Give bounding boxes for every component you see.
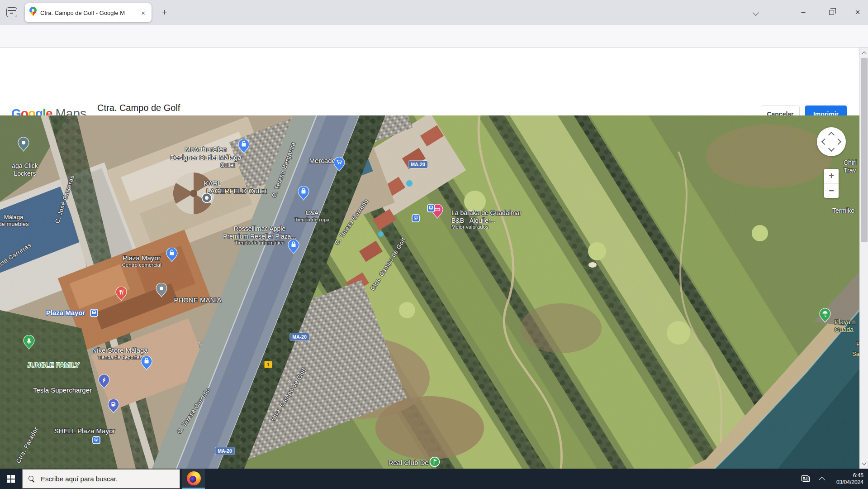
windows-taskbar: Escribe aquí para buscar. 6:45 03/04/202…	[0, 469, 868, 489]
map-label: Ctra. Campo de Golf	[369, 236, 407, 292]
map-label: La baraka de GuadalmarB&B · Alquiler...M…	[451, 209, 522, 230]
print-header: GoogleMaps Ctra. Campo de Golf Cancelar …	[0, 48, 868, 115]
gas-pin[interactable]	[108, 399, 119, 415]
road-badge-1: 1	[264, 361, 272, 368]
map-label: Outlet	[220, 162, 235, 168]
tab-close-icon[interactable]: ×	[139, 8, 147, 18]
windows-logo-icon	[7, 475, 15, 483]
clock-date: 03/04/2024	[830, 479, 863, 486]
golf-pin[interactable]	[429, 456, 440, 469]
bag-pin[interactable]	[166, 248, 178, 264]
map-label: C. Teresa Berganza	[270, 141, 297, 199]
map-label: P	[856, 340, 859, 347]
map-label: aga ClickLockers	[12, 162, 38, 177]
map-label: Tesla Supercharger	[33, 386, 92, 394]
pan-left-icon[interactable]	[821, 139, 828, 145]
firefox-view-icon[interactable]	[6, 7, 17, 17]
map-label: C. José Carreras	[54, 174, 76, 224]
google-maps-favicon	[29, 7, 37, 18]
bus-pin[interactable]	[427, 204, 436, 215]
clock-time: 6:45	[830, 472, 863, 479]
map-zoom-control: + −	[824, 169, 839, 198]
map-label: Termiko	[832, 207, 854, 215]
map-label: Sa	[852, 350, 859, 357]
map-label: Málagade muebles	[0, 214, 29, 228]
map-label: Rossellimac ApplePremium Reseller Plaza.…	[223, 225, 296, 246]
map-label: Playa nGuada	[835, 318, 856, 333]
news-widget-icon[interactable]	[797, 469, 814, 489]
pan-down-icon[interactable]	[828, 145, 835, 152]
bag-pin[interactable]	[298, 186, 309, 202]
tab-title: Ctra. Campo de Golf - Google M	[40, 10, 139, 16]
dot-pin[interactable]	[201, 192, 212, 205]
show-hidden-icons-chevron[interactable]	[814, 469, 830, 489]
map-label: Nike Store MálagaTienda de deportes	[92, 346, 147, 360]
restore-button[interactable]	[822, 5, 841, 20]
map-label: Plaza MayorCentro comercial	[122, 254, 161, 268]
map-label: PHONE MANIA	[174, 296, 221, 304]
pan-right-icon[interactable]	[835, 139, 841, 145]
taskbar-clock[interactable]: 6:45 03/04/2024	[830, 472, 868, 486]
umbrella-pin[interactable]	[819, 308, 831, 325]
bus-pin[interactable]	[92, 436, 101, 446]
bag-pin[interactable]	[238, 139, 250, 155]
map-canvas[interactable]: aga ClickLockersMálagade mueblesC. José …	[0, 115, 859, 469]
map-label: osé Carreras	[0, 241, 33, 268]
dot-pin[interactable]	[156, 283, 167, 299]
active-tab[interactable]: Ctra. Campo de Golf - Google M ×	[25, 3, 152, 22]
bus-pin[interactable]	[412, 214, 420, 225]
cart-pin[interactable]	[333, 157, 345, 173]
tree-pin[interactable]	[23, 335, 35, 351]
dot-pin[interactable]	[18, 137, 29, 153]
bag-pin[interactable]	[288, 240, 299, 256]
list-tabs-icon[interactable]	[750, 6, 763, 19]
new-tab-button[interactable]: +	[157, 5, 172, 20]
map-label: Plaza Mayor	[46, 309, 85, 317]
scroll-down-icon[interactable]	[860, 459, 868, 468]
map-label: JUNGLE FAMILY	[27, 361, 80, 369]
road-badge-MA-20: MA-20	[408, 161, 427, 168]
tab-bar: Ctra. Campo de Golf - Google M × + – ×	[0, 0, 868, 25]
road-badge-MA-20: MA-20	[215, 447, 234, 455]
map-label: KARL	[204, 179, 221, 187]
map-label: ChiriTrav	[844, 159, 857, 174]
map-label: Ctra. Campo de Golf	[270, 367, 308, 422]
map-label: McArthurGlenDesigner Outlet Málaga	[170, 145, 242, 161]
map-label: LAGERFELD Outlet	[206, 187, 266, 195]
minimize-button[interactable]: –	[794, 5, 813, 20]
bag-pin[interactable]	[141, 356, 152, 372]
pan-up-icon[interactable]	[828, 132, 835, 138]
bolt-pin[interactable]	[98, 374, 110, 391]
map-label: SHELL Plaza Mayor	[54, 427, 115, 435]
zoom-in-button[interactable]: +	[824, 169, 839, 184]
map-label: Real Club De	[388, 459, 428, 467]
zoom-out-button[interactable]: −	[824, 184, 839, 198]
map-label: C. Teresa Carreño	[175, 386, 212, 435]
bus-pin[interactable]	[90, 309, 99, 319]
browser-window: Ctra. Campo de Golf - Google M × + – × ←…	[0, 0, 868, 489]
taskbar-search-box[interactable]: Escribe aquí para buscar.	[22, 469, 180, 489]
map-label: C&ATienda de ropa	[295, 209, 330, 223]
search-icon	[28, 475, 35, 483]
firefox-icon	[187, 471, 201, 485]
firefox-taskbar-button[interactable]	[182, 469, 205, 489]
map-label: Ctra. Parador	[14, 426, 39, 464]
start-button[interactable]	[0, 469, 22, 489]
map-label: C. Teresa Carreño	[333, 198, 370, 246]
scrollbar-thumb[interactable]	[861, 58, 868, 242]
road-badge-MA-20: MA-20	[290, 333, 309, 340]
page-scrollbar[interactable]	[859, 48, 868, 469]
map-pan-control[interactable]	[817, 127, 846, 156]
food-pin[interactable]	[115, 287, 127, 303]
scroll-up-icon[interactable]	[860, 48, 868, 57]
search-placeholder: Escribe aquí para buscar.	[41, 475, 118, 483]
page-title: Ctra. Campo de Golf	[97, 103, 180, 113]
navigation-toolbar: ← → ⌂ https://www.google.com/maps/place/…	[0, 25, 868, 48]
close-button[interactable]: ×	[848, 5, 867, 20]
